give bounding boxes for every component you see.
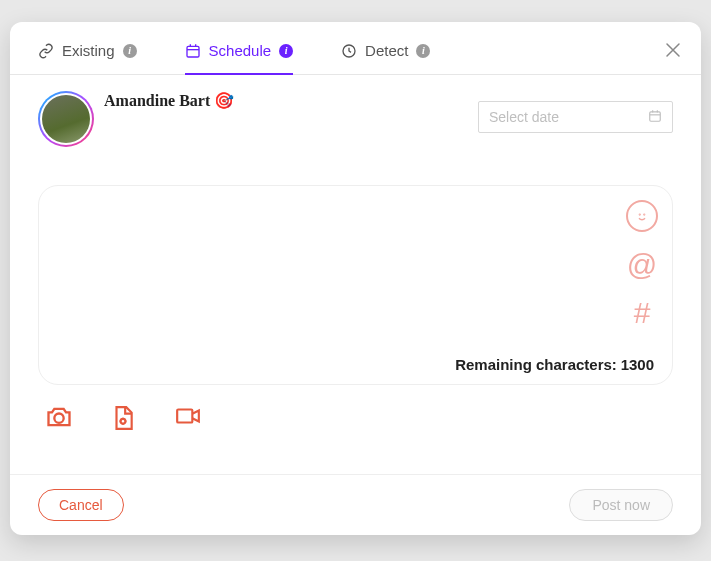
clock-icon	[341, 43, 357, 59]
date-picker-placeholder: Select date	[489, 109, 559, 125]
tab-detect[interactable]: Detect i	[341, 42, 430, 75]
username: Amandine Bart 🎯	[104, 91, 234, 110]
calendar-icon	[185, 43, 201, 59]
composer-side-actions: @ #	[626, 200, 658, 328]
post-now-button[interactable]: Post now	[569, 489, 673, 521]
tab-schedule-label: Schedule	[209, 42, 272, 59]
mention-icon[interactable]: @	[627, 250, 657, 280]
tab-existing-label: Existing	[62, 42, 115, 59]
tab-schedule[interactable]: Schedule i	[185, 42, 294, 75]
svg-rect-0	[187, 46, 199, 57]
svg-point-10	[644, 214, 645, 215]
tab-existing[interactable]: Existing i	[38, 42, 137, 75]
date-picker[interactable]: Select date	[478, 101, 673, 133]
video-icon[interactable]	[172, 403, 204, 437]
close-icon[interactable]	[665, 42, 681, 62]
svg-rect-13	[177, 410, 192, 423]
svg-rect-5	[650, 111, 661, 120]
header-row: Amandine Bart 🎯 Select date	[38, 91, 673, 147]
hashtag-icon[interactable]: #	[634, 298, 651, 328]
link-icon	[38, 43, 54, 59]
info-icon: i	[416, 44, 430, 58]
attachment-row	[38, 385, 673, 437]
tab-detect-label: Detect	[365, 42, 408, 59]
avatar	[38, 91, 94, 147]
info-icon: i	[279, 44, 293, 58]
tab-bar: Existing i Schedule i Detect i	[10, 22, 701, 75]
svg-point-12	[121, 419, 126, 424]
emoji-icon[interactable]	[626, 200, 658, 232]
modal-footer: Cancel Post now	[10, 474, 701, 535]
camera-icon[interactable]	[44, 403, 74, 437]
info-icon: i	[123, 44, 137, 58]
composer[interactable]: @ # Remaining characters: 1300	[38, 185, 673, 385]
document-icon[interactable]	[110, 403, 136, 437]
remaining-characters: Remaining characters: 1300	[455, 356, 654, 374]
user-block: Amandine Bart 🎯	[38, 91, 234, 147]
calendar-icon	[648, 109, 662, 126]
cancel-button[interactable]: Cancel	[38, 489, 124, 521]
svg-point-9	[639, 214, 640, 215]
modal-content: Amandine Bart 🎯 Select date @ # Remainin…	[10, 75, 701, 474]
compose-modal: Existing i Schedule i Detect i Amandine …	[10, 22, 701, 535]
svg-point-11	[54, 414, 63, 423]
